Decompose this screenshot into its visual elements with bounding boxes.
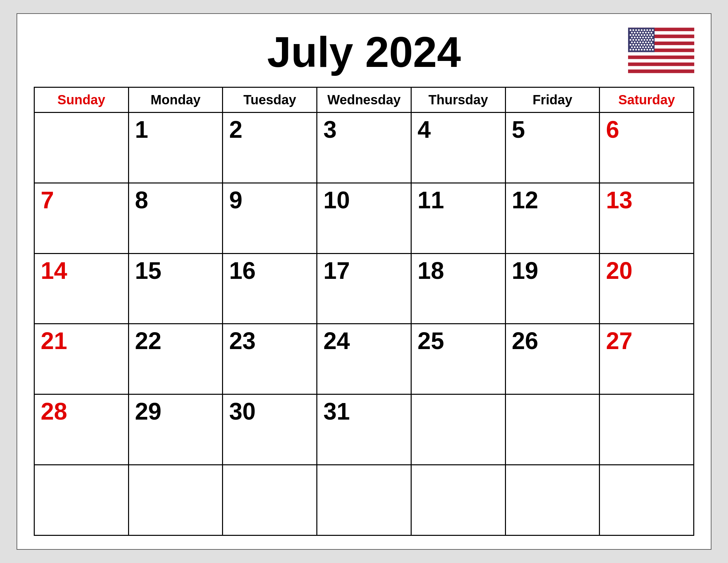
- calendar-title: July 2024: [267, 27, 461, 77]
- svg-point-77: [639, 46, 641, 48]
- svg-point-18: [641, 29, 642, 31]
- svg-point-22: [652, 29, 654, 31]
- day-cell-17: 17: [317, 254, 412, 325]
- svg-point-50: [635, 39, 637, 41]
- svg-point-25: [637, 32, 638, 33]
- day-cell-16: 16: [223, 254, 317, 325]
- svg-point-28: [645, 32, 647, 33]
- day-cell-empty-2: [412, 395, 506, 465]
- day-cell-21: 21: [35, 324, 129, 395]
- day-cell-5: 5: [506, 113, 600, 183]
- svg-point-48: [630, 39, 631, 41]
- header-sunday: Sunday: [35, 88, 129, 113]
- svg-point-30: [651, 32, 652, 33]
- svg-point-51: [638, 39, 640, 41]
- day-cell-20: 20: [600, 254, 694, 325]
- svg-point-46: [648, 36, 649, 38]
- calendar-header: July 2024: [34, 27, 694, 77]
- day-cell-empty-5: [35, 465, 129, 536]
- day-cell-31: 31: [317, 395, 412, 465]
- svg-point-33: [635, 34, 637, 36]
- svg-point-44: [642, 36, 644, 38]
- calendar-weeks: 1 2 3 4 5 6 7 8 9 10 11 12 13 14 15 16: [35, 113, 694, 536]
- svg-point-68: [638, 44, 640, 46]
- svg-point-83: [632, 49, 634, 50]
- svg-point-75: [634, 46, 635, 48]
- svg-rect-11: [628, 66, 694, 70]
- svg-point-41: [634, 36, 635, 38]
- svg-point-88: [646, 49, 648, 50]
- svg-point-32: [632, 34, 634, 36]
- svg-point-63: [648, 41, 649, 43]
- week-row-2: 7 8 9 10 11 12 13: [35, 183, 694, 254]
- svg-point-70: [644, 44, 645, 46]
- week-row-1: 1 2 3 4 5 6: [35, 113, 694, 183]
- day-cell-empty-4: [600, 395, 694, 465]
- svg-point-35: [641, 34, 642, 36]
- svg-point-27: [642, 32, 644, 33]
- svg-point-60: [639, 41, 641, 43]
- day-cell-empty-3: [506, 395, 600, 465]
- day-cell-15: 15: [129, 254, 223, 325]
- svg-point-66: [632, 44, 634, 46]
- day-cell-1: 1: [129, 113, 223, 183]
- day-cell-empty-8: [317, 465, 412, 536]
- day-cell-empty-1: [35, 113, 129, 183]
- svg-point-61: [642, 41, 644, 43]
- day-cell-29: 29: [129, 395, 223, 465]
- svg-point-62: [645, 41, 647, 43]
- svg-point-14: [630, 29, 631, 31]
- svg-point-36: [644, 34, 645, 36]
- svg-point-55: [649, 39, 651, 41]
- day-cell-empty-11: [600, 465, 694, 536]
- svg-point-34: [638, 34, 640, 36]
- svg-point-73: [652, 44, 654, 46]
- us-flag-container: [628, 27, 694, 73]
- svg-point-53: [644, 39, 645, 41]
- day-cell-empty-10: [506, 465, 600, 536]
- svg-point-24: [634, 32, 635, 33]
- svg-point-71: [646, 44, 648, 46]
- day-cell-27: 27: [600, 324, 694, 395]
- header-saturday: Saturday: [600, 88, 694, 113]
- svg-point-90: [652, 49, 654, 50]
- svg-point-58: [634, 41, 635, 43]
- header-wednesday: Wednesday: [317, 88, 412, 113]
- svg-point-20: [646, 29, 648, 31]
- day-cell-28: 28: [35, 395, 129, 465]
- day-cell-empty-9: [412, 465, 506, 536]
- day-cell-12: 12: [506, 183, 600, 254]
- week-row-3: 14 15 16 17 18 19 20: [35, 254, 694, 325]
- day-cell-7: 7: [35, 183, 129, 254]
- us-flag-icon: [628, 27, 694, 73]
- svg-point-78: [642, 46, 644, 48]
- svg-point-79: [645, 46, 647, 48]
- calendar-grid: Sunday Monday Tuesday Wednesday Thursday…: [34, 87, 694, 536]
- day-cell-13: 13: [600, 183, 694, 254]
- day-cell-11: 11: [412, 183, 506, 254]
- svg-point-59: [637, 41, 638, 43]
- week-row-5: 28 29 30 31: [35, 395, 694, 465]
- svg-point-67: [635, 44, 637, 46]
- day-cell-24: 24: [317, 324, 412, 395]
- day-cell-empty-7: [223, 465, 317, 536]
- svg-rect-8: [628, 56, 694, 59]
- svg-point-45: [645, 36, 647, 38]
- svg-point-81: [651, 46, 652, 48]
- day-cell-26: 26: [506, 324, 600, 395]
- svg-point-15: [632, 29, 634, 31]
- day-cell-empty-6: [129, 465, 223, 536]
- day-cell-30: 30: [223, 395, 317, 465]
- week-row-4: 21 22 23 24 25 26 27: [35, 324, 694, 395]
- day-cell-14: 14: [35, 254, 129, 325]
- svg-point-17: [638, 29, 640, 31]
- day-cell-10: 10: [317, 183, 412, 254]
- svg-point-87: [644, 49, 645, 50]
- svg-point-16: [635, 29, 637, 31]
- header-monday: Monday: [129, 88, 223, 113]
- day-cell-4: 4: [412, 113, 506, 183]
- svg-point-40: [631, 36, 633, 38]
- day-cell-8: 8: [129, 183, 223, 254]
- svg-point-19: [644, 29, 645, 31]
- day-cell-22: 22: [129, 324, 223, 395]
